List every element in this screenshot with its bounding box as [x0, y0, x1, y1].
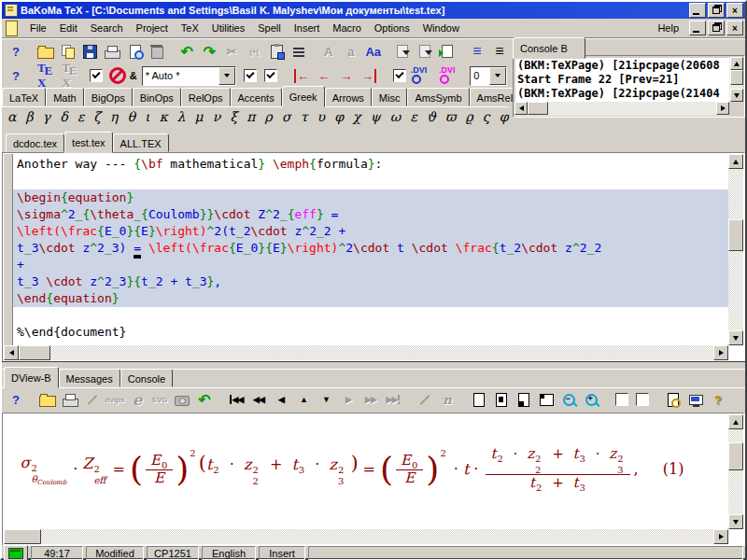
next-page-icon[interactable]: ▶ — [338, 389, 359, 410]
menu-spell[interactable]: Spell — [251, 21, 287, 35]
tab-console-b[interactable]: Console B — [513, 37, 585, 59]
preview-hscrollbar[interactable] — [4, 529, 728, 544]
menu-macro[interactable]: Macro — [326, 21, 368, 35]
menu-insert[interactable]: Insert — [288, 21, 327, 35]
greek-symbol-button[interactable]: φ — [334, 109, 344, 124]
restore-button[interactable] — [708, 3, 725, 18]
greek-symbol-button[interactable]: ι — [145, 109, 150, 124]
greek-symbol-button[interactable]: β — [26, 109, 34, 124]
back-pages-icon[interactable]: ◀◀ — [248, 389, 269, 410]
menu-utilities[interactable]: Utilities — [205, 21, 251, 35]
open-icon[interactable] — [35, 41, 56, 62]
menu-search[interactable]: Search — [84, 21, 130, 35]
menu-file[interactable]: File — [23, 21, 53, 35]
greek-symbol-button[interactable]: ψ — [371, 109, 381, 124]
editor-text-area[interactable]: Another way --- {\bf mathematical} \emph… — [13, 154, 728, 345]
tab-misc[interactable]: Misc — [372, 88, 408, 106]
reload-icon[interactable]: ↶ — [194, 389, 215, 410]
print-icon[interactable] — [60, 389, 80, 410]
paste-icon[interactable] — [266, 41, 287, 62]
prev-page-icon[interactable]: ◀ — [271, 389, 291, 410]
code-editor[interactable]: Another way --- {\bf mathematical} \emph… — [2, 152, 745, 362]
dropdown-arrow-icon[interactable] — [218, 67, 235, 85]
first-error-icon[interactable]: ← — [291, 65, 312, 86]
child-minimize-button[interactable] — [689, 21, 706, 35]
menu-tex[interactable]: TeX — [175, 21, 205, 35]
tab-dview-b[interactable]: DView-B — [4, 367, 59, 388]
opt2-checkbox[interactable] — [636, 393, 649, 406]
editor-hscrollbar[interactable] — [4, 345, 728, 360]
option1-checkbox[interactable] — [244, 69, 257, 82]
page-preview-icon[interactable] — [663, 389, 684, 410]
tex-stop-icon[interactable]: TEX — [62, 65, 85, 86]
tab-bigops[interactable]: BigOps — [84, 88, 133, 106]
dvi-view-icon[interactable]: .DVI — [411, 65, 437, 86]
last-error-icon[interactable]: → — [359, 65, 379, 86]
console-vscrollbar[interactable] — [729, 57, 743, 102]
format-lines-icon[interactable]: ≡ — [467, 41, 487, 62]
greek-symbol-button[interactable]: ς — [483, 109, 490, 124]
greek-symbol-button[interactable]: χ — [353, 109, 360, 124]
greek-symbol-button[interactable]: α — [7, 109, 16, 124]
greek-symbol-button[interactable]: λ — [177, 109, 186, 124]
menu-window[interactable]: Window — [416, 21, 466, 35]
change-case-icon[interactable]: Aa — [363, 41, 384, 62]
greek-symbol-button[interactable]: ω — [390, 109, 401, 124]
greek-symbol-button[interactable]: κ — [160, 109, 168, 124]
greek-symbol-button[interactable]: υ — [317, 109, 326, 124]
dvi-sync-checkbox[interactable] — [393, 69, 406, 82]
status-display-button[interactable] — [4, 545, 28, 560]
greek-symbol-button[interactable]: γ — [43, 109, 50, 124]
tab-binops[interactable]: BinOps — [133, 88, 181, 106]
page-full-icon[interactable] — [469, 389, 489, 410]
greek-symbol-button[interactable]: δ — [60, 109, 67, 124]
tab-messages[interactable]: Messages — [59, 369, 120, 387]
tab-amssymb[interactable]: AmsSymb — [407, 88, 469, 106]
export-web-icon[interactable]: e — [127, 389, 148, 410]
close-button[interactable]: × — [726, 3, 743, 18]
opt1-checkbox[interactable] — [615, 393, 628, 406]
help-icon[interactable]: ? — [6, 41, 26, 62]
plot-icon[interactable] — [82, 389, 103, 410]
prev-error-icon[interactable]: ← — [314, 65, 334, 86]
find-in-file-icon[interactable] — [125, 41, 146, 62]
save-icon[interactable] — [80, 41, 101, 62]
greek-symbol-button[interactable]: ρ — [265, 109, 273, 124]
redo-icon[interactable]: ↷ — [199, 41, 219, 62]
greek-symbol-button[interactable]: ε — [78, 109, 84, 124]
menu-options[interactable]: Options — [368, 21, 416, 35]
preview-vscrollbar[interactable] — [728, 414, 743, 529]
ruler-icon[interactable] — [415, 389, 435, 410]
scroll-down-icon[interactable]: ▼ — [316, 389, 336, 410]
page-landscape-icon[interactable] — [536, 389, 557, 410]
recycle-icon[interactable] — [148, 41, 168, 62]
tab-relops[interactable]: RelOps — [181, 88, 231, 106]
menu-edit[interactable]: Edit — [53, 21, 84, 35]
preview-page[interactable]: σ2θCoulomb · Z2eff = ( E0 E )2 (t2 · z22… — [4, 414, 728, 529]
copy-files-icon[interactable] — [58, 41, 78, 62]
context-help-icon[interactable]: ? — [708, 389, 728, 410]
print-icon[interactable] — [103, 41, 123, 62]
format-select[interactable]: * Auto * — [142, 66, 237, 86]
greek-symbol-button[interactable]: τ — [301, 109, 308, 124]
tab-math[interactable]: Math — [46, 88, 83, 106]
scroll-up-icon[interactable]: ▲ — [293, 389, 314, 410]
tab-greek[interactable]: Greek — [282, 86, 325, 107]
display-setup-icon[interactable] — [685, 389, 706, 410]
dvi-forward-icon[interactable]: .DVI — [439, 65, 465, 86]
child-close-button[interactable]: × — [726, 21, 743, 35]
option2-checkbox[interactable] — [264, 69, 277, 82]
last-page-icon[interactable]: ▶▶ — [383, 389, 403, 410]
menu-project[interactable]: Project — [130, 21, 175, 35]
zoom-in-icon[interactable] — [581, 389, 601, 410]
uppercase-icon[interactable]: A — [318, 41, 339, 62]
greek-symbol-button[interactable]: φ — [500, 109, 509, 124]
child-restore-button[interactable] — [708, 21, 725, 35]
export-image-icon[interactable] — [172, 389, 192, 410]
format-lines2-icon[interactable]: ≡ — [489, 41, 510, 62]
dvips-icon[interactable]: dvips — [105, 389, 125, 410]
tab-console[interactable]: Console — [120, 369, 173, 387]
zoom-out-icon[interactable] — [558, 389, 579, 410]
first-page-icon[interactable]: ◀◀ — [226, 389, 247, 410]
export-svg-icon[interactable]: SVG — [149, 389, 170, 410]
